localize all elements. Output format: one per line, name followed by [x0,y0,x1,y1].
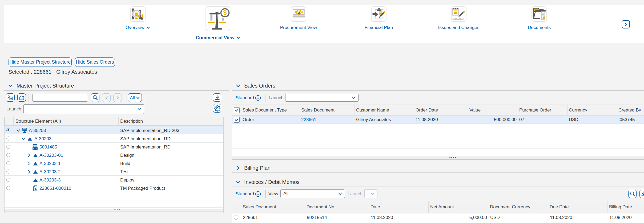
svg-text:$: $ [223,9,227,16]
svg-text:$: $ [35,187,37,190]
svg-text:S: S [297,10,300,15]
